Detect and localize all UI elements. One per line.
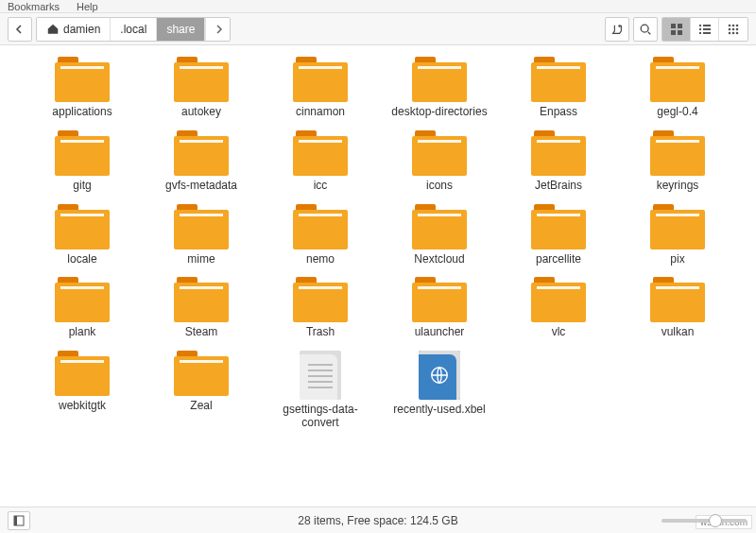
folder-icon (55, 57, 110, 102)
item-label: gvfs-metadata (165, 180, 237, 193)
toggle-location-button[interactable] (605, 17, 629, 42)
zoom-control[interactable] (662, 519, 747, 523)
item-label: mime (187, 253, 215, 266)
folder-item[interactable]: Trash (268, 277, 372, 339)
folder-item[interactable]: desktop-directories (387, 57, 491, 119)
breadcrumb-share[interactable]: share (157, 17, 205, 42)
svg-point-1 (641, 25, 648, 32)
folder-item[interactable]: ulauncher (387, 277, 491, 339)
breadcrumb-local[interactable]: .local (111, 17, 157, 42)
chevron-right-icon (214, 25, 223, 34)
folder-item[interactable]: autokey (149, 57, 253, 119)
folder-icon (531, 57, 586, 102)
zoom-slider[interactable] (662, 519, 747, 523)
view-compact-button[interactable] (719, 18, 747, 41)
item-label: Nextcloud (414, 253, 464, 266)
item-label: webkitgtk (59, 400, 106, 413)
back-button[interactable] (8, 17, 32, 42)
svg-point-19 (732, 31, 735, 34)
breadcrumb-forward[interactable] (205, 18, 230, 41)
folder-icon (293, 57, 348, 102)
list-icon (698, 23, 712, 36)
show-sidebar-button[interactable] (8, 511, 30, 530)
folder-item[interactable]: icons (387, 130, 491, 193)
svg-rect-6 (699, 25, 701, 26)
file-item[interactable]: recently-used.​xbel (387, 351, 491, 430)
item-label: nemo (306, 253, 335, 266)
menubar: Bookmarks Help (0, 0, 756, 13)
folder-icon (650, 277, 705, 322)
breadcrumb-home[interactable]: damien (37, 17, 111, 42)
web-file-icon (419, 351, 460, 400)
item-label: vlc (552, 326, 566, 339)
menu-help[interactable]: Help (77, 1, 98, 12)
item-label: pix (670, 253, 684, 266)
folder-icon (55, 204, 110, 249)
view-list-button[interactable] (691, 18, 719, 41)
svg-point-12 (729, 24, 731, 26)
breadcrumb-home-label: damien (63, 23, 100, 36)
folder-item[interactable]: Enpass (507, 57, 610, 119)
item-label: parcellite (536, 253, 581, 266)
folder-item[interactable]: icc (268, 130, 372, 193)
file-item[interactable]: gsettings-data-convert (268, 351, 372, 430)
folder-icon (174, 130, 229, 176)
svg-rect-3 (678, 24, 682, 28)
view-icons-button[interactable] (662, 18, 691, 41)
folder-item[interactable]: Zeal (149, 351, 253, 430)
folder-item[interactable]: parcellite (507, 204, 610, 266)
menu-bookmarks[interactable]: Bookmarks (8, 1, 60, 12)
file-grid-pane[interactable]: applicationsautokeycinnamondesktop-direc… (0, 45, 756, 507)
folder-icon (650, 204, 705, 249)
status-text: 28 items, Free space: 124.5 GB (0, 514, 756, 527)
item-label: Zeal (190, 400, 212, 413)
item-label: recently-used.​xbel (393, 404, 485, 417)
item-label: autokey (181, 106, 221, 119)
folder-item[interactable]: cinnamon (268, 57, 372, 119)
item-label: gitg (73, 180, 91, 193)
view-mode-group (662, 17, 748, 42)
svg-point-16 (732, 27, 735, 30)
folder-item[interactable]: Nextcloud (387, 204, 491, 266)
folder-item[interactable]: vulkan (626, 277, 730, 339)
folder-item[interactable]: pix (626, 204, 730, 266)
folder-item[interactable]: gegl-0.4 (626, 57, 730, 119)
search-icon (639, 23, 652, 36)
svg-rect-11 (703, 32, 711, 34)
statusbar: 28 items, Free space: 124.5 GB (0, 507, 756, 533)
folder-item[interactable]: gvfs-metadata (149, 130, 253, 193)
item-label: JetBrains (535, 180, 582, 193)
folder-item[interactable]: plank (30, 277, 134, 339)
folder-item[interactable]: Steam (149, 277, 253, 339)
folder-item[interactable]: applications (30, 57, 134, 119)
folder-item[interactable]: nemo (268, 204, 372, 266)
svg-rect-2 (671, 24, 676, 28)
item-label: icc (314, 180, 328, 193)
folder-item[interactable]: gitg (30, 130, 134, 193)
watermark: wsxdn.com (696, 515, 752, 529)
item-label: locale (67, 253, 96, 266)
folder-item[interactable]: JetBrains (507, 130, 610, 193)
folder-icon (293, 204, 348, 249)
toolbar: damien .local share (0, 13, 756, 45)
folder-icon (55, 130, 110, 176)
item-label: applications (52, 106, 112, 119)
folder-item[interactable]: mime (149, 204, 253, 266)
search-button[interactable] (633, 17, 658, 42)
folder-item[interactable]: locale (30, 204, 134, 266)
folder-item[interactable]: vlc (507, 277, 610, 339)
zoom-thumb[interactable] (709, 514, 722, 527)
item-label: desktop-directories (391, 106, 487, 119)
location-icon (610, 23, 624, 36)
grid-icon (670, 23, 683, 36)
folder-item[interactable]: keyrings (626, 130, 730, 193)
item-label: gegl-0.4 (657, 106, 697, 119)
sidebar-icon (13, 515, 25, 526)
svg-point-15 (729, 27, 731, 30)
item-label: Steam (185, 326, 218, 339)
folder-icon (293, 130, 348, 176)
folder-item[interactable]: webkitgtk (30, 351, 134, 430)
svg-point-20 (736, 31, 739, 34)
svg-rect-7 (703, 25, 711, 26)
folder-icon (55, 277, 110, 322)
